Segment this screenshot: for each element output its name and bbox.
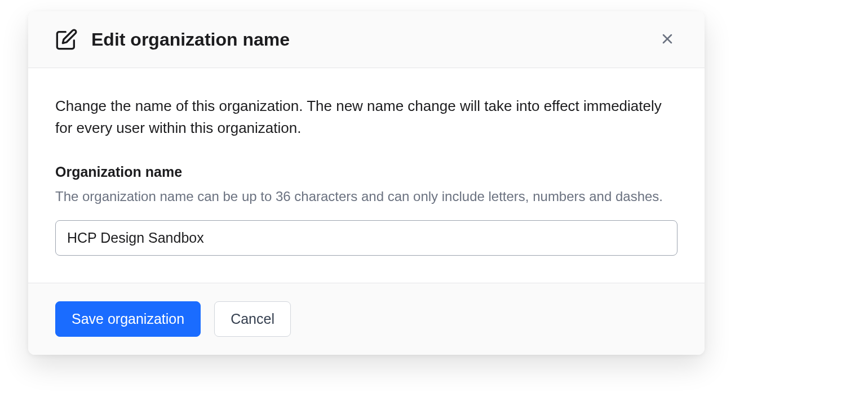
organization-name-field: Organization name The organization name … <box>55 164 677 256</box>
modal-footer: Save organization Cancel <box>28 283 705 355</box>
cancel-button[interactable]: Cancel <box>214 301 291 337</box>
header-left: Edit organization name <box>55 28 290 51</box>
modal-description: Change the name of this organization. Th… <box>55 95 677 139</box>
close-button[interactable] <box>657 29 677 51</box>
edit-icon <box>55 28 78 51</box>
organization-name-input[interactable] <box>55 220 677 256</box>
modal-title: Edit organization name <box>91 29 290 50</box>
modal-body: Change the name of this organization. Th… <box>28 68 705 283</box>
save-organization-button[interactable]: Save organization <box>55 301 201 337</box>
edit-organization-modal: Edit organization name Change the name o… <box>28 11 705 355</box>
field-label: Organization name <box>55 164 677 180</box>
close-icon <box>659 31 675 48</box>
field-help: The organization name can be up to 36 ch… <box>55 187 677 207</box>
modal-header: Edit organization name <box>28 11 705 68</box>
